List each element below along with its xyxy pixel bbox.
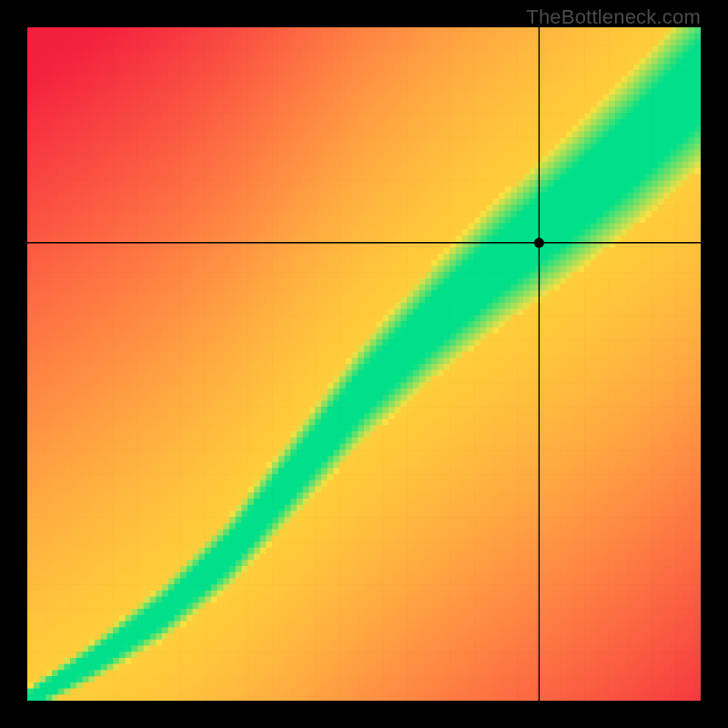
heatmap-plot bbox=[27, 27, 701, 701]
chart-frame: TheBottleneck.com bbox=[0, 0, 728, 728]
watermark-text: TheBottleneck.com bbox=[526, 5, 701, 29]
heatmap-canvas bbox=[27, 27, 701, 701]
